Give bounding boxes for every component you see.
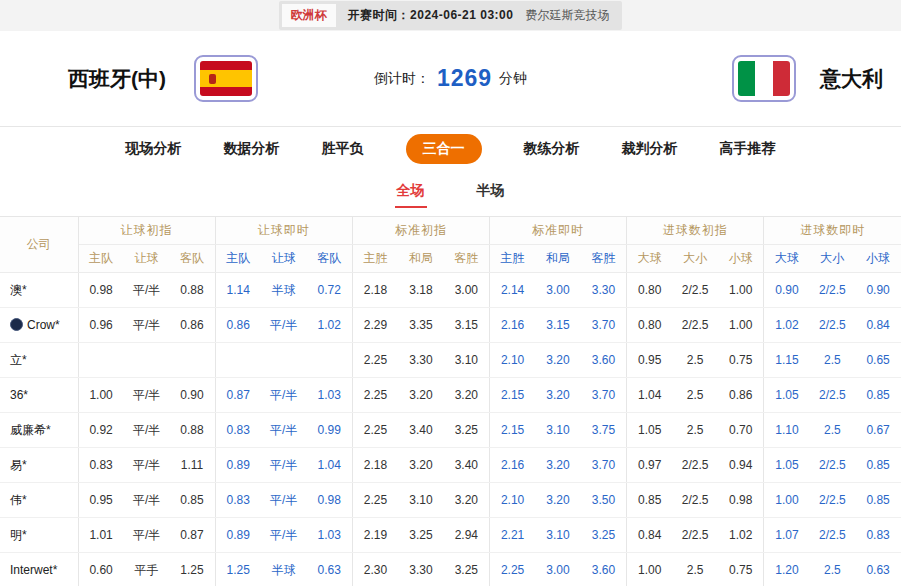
odds-cell[interactable]: 0.80 [627, 273, 673, 308]
odds-cell[interactable]: 3.20 [535, 378, 581, 413]
odds-cell[interactable]: 2.16 [489, 448, 535, 483]
odds-cell[interactable]: 平/半 [261, 448, 307, 483]
subtab-half-match[interactable]: 半场 [475, 179, 507, 208]
odds-cell[interactable]: 3.20 [398, 378, 444, 413]
company-cell[interactable]: 明* [0, 518, 78, 553]
odds-cell[interactable]: 0.84 [627, 518, 673, 553]
odds-cell[interactable]: 0.85 [627, 483, 673, 518]
odds-cell[interactable]: 2.30 [352, 553, 398, 586]
odds-cell[interactable] [169, 343, 215, 378]
odds-cell[interactable]: 3.15 [444, 308, 490, 343]
odds-cell[interactable]: 1.00 [764, 483, 810, 518]
odds-cell[interactable]: 0.83 [215, 483, 261, 518]
odds-cell[interactable]: 0.83 [215, 413, 261, 448]
odds-cell[interactable]: 平/半 [124, 413, 170, 448]
odds-cell[interactable]: 0.89 [215, 518, 261, 553]
odds-cell[interactable]: 2.14 [489, 273, 535, 308]
league-badge[interactable]: 欧洲杯 [282, 4, 336, 27]
nav-tab-live-analysis[interactable]: 现场分析 [126, 140, 182, 158]
odds-cell[interactable]: 0.65 [855, 343, 901, 378]
company-cell[interactable]: Interwet* [0, 553, 78, 586]
odds-cell[interactable]: 3.25 [444, 413, 490, 448]
company-cell[interactable]: Crow* [0, 308, 78, 343]
odds-cell[interactable]: 1.07 [764, 518, 810, 553]
odds-cell[interactable]: 2.5 [672, 553, 718, 586]
nav-tab-win-draw-loss[interactable]: 胜平负 [322, 140, 364, 158]
odds-cell[interactable]: 2.18 [352, 273, 398, 308]
odds-cell[interactable]: 0.63 [307, 553, 353, 586]
odds-cell[interactable]: 平/半 [124, 483, 170, 518]
nav-tab-data-analysis[interactable]: 数据分析 [224, 140, 280, 158]
odds-cell[interactable] [307, 343, 353, 378]
odds-cell[interactable]: 1.02 [718, 518, 764, 553]
nav-tab-referee-analysis[interactable]: 裁判分析 [622, 140, 678, 158]
odds-cell[interactable]: 1.05 [627, 413, 673, 448]
odds-cell[interactable]: 2.25 [352, 413, 398, 448]
odds-cell[interactable]: 1.04 [307, 448, 353, 483]
odds-cell[interactable]: 2/2.5 [672, 448, 718, 483]
odds-cell[interactable]: 3.15 [535, 308, 581, 343]
odds-cell[interactable]: 2/2.5 [810, 308, 856, 343]
odds-cell[interactable]: 3.10 [444, 343, 490, 378]
odds-cell[interactable]: 0.87 [215, 378, 261, 413]
odds-cell[interactable]: 2.94 [444, 518, 490, 553]
odds-cell[interactable]: 3.30 [398, 553, 444, 586]
company-cell[interactable]: 36* [0, 378, 78, 413]
odds-cell[interactable]: 3.35 [398, 308, 444, 343]
odds-cell[interactable]: 2/2.5 [672, 483, 718, 518]
odds-cell[interactable]: 1.01 [78, 518, 124, 553]
odds-cell[interactable]: 1.25 [169, 553, 215, 586]
odds-cell[interactable]: 1.00 [627, 553, 673, 586]
odds-cell[interactable]: 0.97 [627, 448, 673, 483]
odds-cell[interactable]: 1.00 [78, 378, 124, 413]
odds-cell[interactable]: 0.88 [169, 273, 215, 308]
odds-cell[interactable]: 0.99 [307, 413, 353, 448]
odds-cell[interactable]: 2/2.5 [810, 378, 856, 413]
odds-cell[interactable]: 0.88 [169, 413, 215, 448]
odds-cell[interactable]: 2.10 [489, 343, 535, 378]
odds-cell[interactable]: 平手 [124, 553, 170, 586]
odds-cell[interactable]: 1.00 [718, 273, 764, 308]
odds-cell[interactable]: 平/半 [261, 308, 307, 343]
odds-cell[interactable]: 2.5 [810, 343, 856, 378]
odds-cell[interactable]: 2.29 [352, 308, 398, 343]
company-cell[interactable]: 威廉希* [0, 413, 78, 448]
odds-cell[interactable]: 2/2.5 [810, 448, 856, 483]
odds-cell[interactable]: 3.60 [581, 343, 627, 378]
odds-cell[interactable]: 2.18 [352, 448, 398, 483]
odds-cell[interactable]: 3.40 [398, 413, 444, 448]
odds-cell[interactable]: 0.63 [855, 553, 901, 586]
odds-cell[interactable]: 0.86 [169, 308, 215, 343]
odds-cell[interactable]: 1.00 [718, 308, 764, 343]
odds-cell[interactable]: 3.50 [581, 483, 627, 518]
odds-cell[interactable]: 1.04 [627, 378, 673, 413]
odds-cell[interactable]: 平/半 [261, 378, 307, 413]
odds-cell[interactable]: 1.02 [764, 308, 810, 343]
odds-cell[interactable]: 0.90 [764, 273, 810, 308]
odds-cell[interactable]: 2.25 [352, 378, 398, 413]
odds-cell[interactable]: 3.40 [444, 448, 490, 483]
odds-cell[interactable]: 3.60 [581, 553, 627, 586]
odds-cell[interactable]: 平/半 [124, 273, 170, 308]
odds-cell[interactable]: 2/2.5 [672, 308, 718, 343]
odds-cell[interactable]: 3.25 [581, 518, 627, 553]
company-cell[interactable]: 立* [0, 343, 78, 378]
odds-cell[interactable]: 1.03 [307, 518, 353, 553]
odds-cell[interactable]: 2/2.5 [810, 483, 856, 518]
odds-cell[interactable]: 0.98 [307, 483, 353, 518]
odds-cell[interactable]: 2.25 [352, 483, 398, 518]
odds-cell[interactable]: 2.25 [489, 553, 535, 586]
odds-cell[interactable]: 3.00 [535, 273, 581, 308]
odds-cell[interactable] [78, 343, 124, 378]
odds-cell[interactable]: 0.98 [78, 273, 124, 308]
odds-cell[interactable]: 半球 [261, 273, 307, 308]
odds-cell[interactable]: 0.92 [78, 413, 124, 448]
odds-cell[interactable]: 3.10 [535, 413, 581, 448]
odds-cell[interactable]: 1.10 [764, 413, 810, 448]
odds-cell[interactable]: 0.80 [627, 308, 673, 343]
odds-cell[interactable]: 2.16 [489, 308, 535, 343]
odds-cell[interactable]: 平/半 [261, 483, 307, 518]
odds-cell[interactable]: 平/半 [124, 378, 170, 413]
odds-cell[interactable]: 3.18 [398, 273, 444, 308]
odds-cell[interactable]: 0.95 [78, 483, 124, 518]
